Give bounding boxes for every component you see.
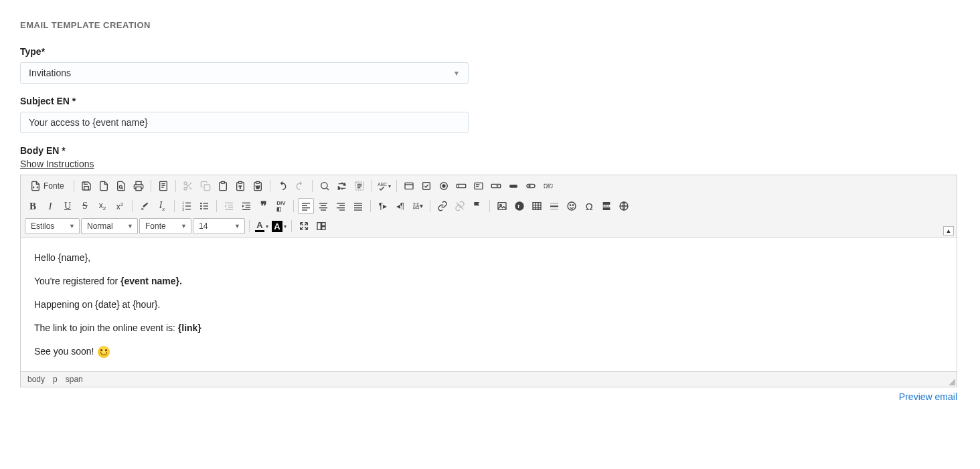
font-dropdown[interactable]: Fonte▼ [139,218,191,234]
paste-text-icon: T [235,181,246,191]
outdent-button[interactable] [221,198,237,214]
rtl-button[interactable]: ◂¶ [392,198,408,214]
textarea-button[interactable] [471,178,487,194]
find-button[interactable] [317,178,333,194]
pagebreak-button[interactable] [598,198,615,214]
maximize-button[interactable] [296,218,312,234]
source-button[interactable]: Fonte [25,178,70,194]
subject-field-group: Subject EN * [20,96,960,133]
hr-button[interactable] [546,198,562,214]
cut-button[interactable] [180,178,196,194]
select-all-button[interactable] [351,178,368,194]
svg-rect-7 [238,181,242,183]
image-field-button[interactable] [523,178,539,194]
subscript-button[interactable]: x2 [94,198,110,214]
save-button[interactable] [78,178,94,194]
bullet-list-button[interactable] [196,198,212,214]
paste-text-button[interactable]: T [232,178,248,194]
italic-button[interactable]: I [42,198,58,214]
ltr-button[interactable]: ¶▸ [375,198,391,214]
bg-color-icon: A [272,221,282,232]
numbered-list-button[interactable]: 123 [179,198,195,214]
paste-button[interactable] [215,178,231,194]
replace-button[interactable]: ba [334,178,350,194]
indent-button[interactable] [238,198,254,214]
smiley-button[interactable] [564,198,580,214]
align-left-button[interactable] [298,198,314,214]
underline-button[interactable]: U [60,198,76,214]
link-button[interactable] [434,198,451,214]
ol-icon: 123 [181,201,192,211]
styles-dropdown[interactable]: Estilos▼ [25,218,80,234]
toolbar-collapse-button[interactable]: ▲ [943,226,954,236]
align-center-button[interactable] [315,198,331,214]
path-body[interactable]: body [27,375,45,384]
iframe-button[interactable] [616,198,632,214]
print-button[interactable] [131,178,147,194]
copy-button[interactable] [197,178,214,194]
templates-button[interactable] [155,178,171,194]
format-dropdown[interactable]: Normal▼ [81,218,138,234]
cut-icon [183,181,193,191]
svg-point-3 [184,182,187,185]
smiley-icon [566,201,577,211]
undo-button[interactable] [274,178,291,194]
checkbox-button[interactable] [418,178,434,194]
strike-button[interactable]: S [77,198,93,214]
svg-rect-26 [509,185,517,188]
type-select-value: Invitations [29,68,71,78]
show-instructions-link[interactable]: Show Instructions [20,159,94,169]
select-field-button[interactable] [488,178,504,194]
format-dd-label: Normal [87,221,113,231]
language-button[interactable]: 話▾ [410,198,426,214]
type-select[interactable]: Invitations ▼ [20,62,469,84]
lang-icon: 話▾ [413,201,423,211]
spellcheck-button[interactable]: ABC▾ [376,178,392,194]
specialchar-button[interactable]: Ω [581,198,597,214]
hidden-field-button[interactable] [540,178,556,194]
flash-button[interactable]: f [511,198,527,214]
button-field-button[interactable] [505,178,521,194]
subscript-icon: x2 [99,201,106,211]
toolbar-separator [370,200,371,212]
align-right-button[interactable] [333,198,349,214]
preview-email-link[interactable]: Preview email [899,391,957,402]
svg-text:f: f [517,203,519,209]
paste-word-button[interactable]: W [250,178,266,194]
superscript-button[interactable]: x2 [112,198,128,214]
path-span[interactable]: span [66,375,83,384]
image-button[interactable] [494,198,510,214]
select-icon [491,181,501,191]
subject-input[interactable] [29,117,460,128]
editor-content-area[interactable]: Hello {name}, You're registered for {eve… [21,238,957,371]
preview-button[interactable] [113,178,129,194]
bg-color-button[interactable]: A▾ [271,218,287,234]
justify-button[interactable] [350,198,366,214]
body-label: Body EN * [20,145,960,156]
path-p[interactable]: p [53,375,58,384]
resize-grip[interactable] [949,379,955,385]
show-blocks-button[interactable] [313,218,329,234]
chevron-down-icon: ▼ [234,223,240,229]
remove-format-button[interactable]: Ix [154,198,170,214]
radio-button[interactable] [436,178,452,194]
size-dropdown[interactable]: 14▼ [193,218,245,234]
div-button[interactable]: DIV◧ [273,198,289,214]
toolbar-separator [249,220,250,232]
form-button[interactable] [401,178,417,194]
table-button[interactable] [529,198,545,214]
textfield-button[interactable] [453,178,469,194]
svg-rect-17 [357,187,360,188]
blockquote-button[interactable]: ❞ [256,198,272,214]
unlink-button[interactable] [452,198,468,214]
svg-text:ABC: ABC [378,182,388,187]
anchor-button[interactable] [469,198,485,214]
redo-button[interactable] [292,178,308,194]
bold-button[interactable]: B [25,198,41,214]
new-page-button[interactable] [96,178,112,194]
globe-icon [619,201,629,211]
toolbar-separator [489,200,490,212]
svg-rect-58 [337,203,345,203]
text-color-button[interactable]: A▾ [254,218,270,234]
copy-format-button[interactable] [137,198,153,214]
